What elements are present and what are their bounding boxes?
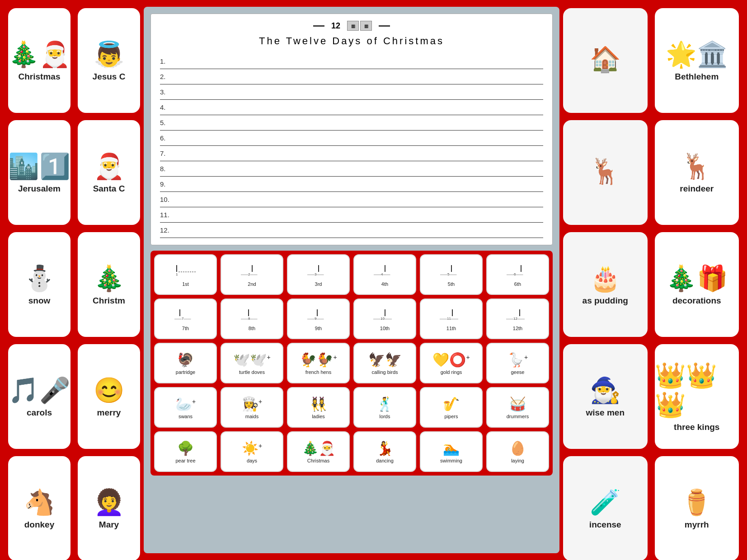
- symbol-swimming[interactable]: 🏊 swimming: [420, 431, 483, 472]
- left-sidebar: 🎄🎅 Christmas 👼 Jesus C 🏙️1️⃣ Jerusalem 🎅…: [0, 0, 144, 560]
- svg-text:——8——: ——8——: [241, 317, 257, 321]
- line-5[interactable]: 5.: [160, 115, 543, 131]
- ordinal-5th-label: 5th: [448, 281, 455, 287]
- turtle-doves-label: turtle doves: [239, 369, 265, 375]
- next-button[interactable]: [379, 25, 390, 27]
- symbol-dancing[interactable]: 💃 dancing: [353, 431, 416, 472]
- card-decorations[interactable]: 🎄🎁 decorations: [655, 232, 739, 337]
- symbol-french-hens[interactable]: 🐓🐓+ french hens: [287, 343, 350, 383]
- sheet-title: The Twelve Days of Christmas: [160, 35, 543, 47]
- ordinal-1st-icon: 1: [173, 263, 198, 276]
- geese-label: geese: [511, 369, 525, 375]
- french-hens-label: french hens: [305, 369, 331, 375]
- symbol-7th[interactable]: ——7—— 7th: [154, 299, 217, 339]
- symbol-5th[interactable]: ——5—— 5th: [420, 254, 483, 295]
- svg-text:——7——: ——7——: [174, 317, 191, 321]
- card-reindeer-label: reindeer: [680, 184, 714, 194]
- card-snow[interactable]: ⛄ snow: [8, 232, 70, 337]
- symbol-2nd[interactable]: ——2—— 2nd: [221, 254, 283, 295]
- ordinal-2nd-label: 2nd: [248, 281, 256, 287]
- line-6[interactable]: 6.: [160, 131, 543, 146]
- line-11[interactable]: 11.: [160, 207, 543, 223]
- card-bethlehem[interactable]: 🌟🏛️ Bethlehem: [655, 8, 739, 113]
- symbol-swans[interactable]: 🦢+ swans: [154, 387, 217, 428]
- symbol-6th[interactable]: ——6—— 6th: [486, 254, 549, 295]
- symbol-pipers[interactable]: 🎷 pipers: [420, 387, 483, 428]
- card-santa[interactable]: 🎅 Santa C: [78, 120, 140, 225]
- symbol-maids[interactable]: 👩‍🍳+ maids: [221, 387, 283, 428]
- ordinal-12th-label: 12th: [513, 326, 522, 331]
- symbol-days[interactable]: ☀️+ days: [221, 431, 283, 472]
- symbol-4th[interactable]: ——4—— 4th: [353, 254, 416, 295]
- svg-text:——2——: ——2——: [241, 272, 257, 276]
- line-2[interactable]: 2.: [160, 69, 543, 84]
- symbol-12th[interactable]: ——12—— 12th: [486, 299, 549, 339]
- card-three-kings-label: three kings: [674, 422, 719, 432]
- card-snow-label: snow: [28, 296, 51, 306]
- icon-left[interactable]: ▦: [347, 21, 359, 31]
- ordinal-9th-label: 9th: [315, 326, 322, 331]
- page-icons: ▦ ▦: [347, 21, 372, 31]
- symbol-10th[interactable]: ——10—— 10th: [353, 299, 416, 339]
- symbol-turtle-doves[interactable]: 🕊️🕊️+ turtle doves: [221, 343, 283, 383]
- card-three-kings[interactable]: 👑👑👑 three kings: [655, 344, 739, 449]
- card-christmas[interactable]: 🎄🎅 Christmas: [8, 8, 70, 113]
- card-incense-label: incense: [589, 520, 621, 530]
- card-mary[interactable]: 👩‍🦱 Mary: [78, 456, 140, 560]
- line-12[interactable]: 12.: [160, 223, 543, 238]
- symbol-calling-birds[interactable]: 🦅🦅 calling birds: [353, 343, 416, 383]
- card-partial1[interactable]: 🏠: [563, 8, 648, 113]
- card-partial2[interactable]: 🦌: [563, 120, 648, 225]
- symbol-pear-tree[interactable]: 🌳 pear tree: [154, 431, 217, 472]
- symbol-drummers[interactable]: 🥁 drummers: [486, 387, 549, 428]
- calling-birds-label: calling birds: [371, 369, 398, 375]
- svg-text:——6——: ——6——: [507, 272, 523, 276]
- card-wise-men[interactable]: 🧙‍♂️ wise men: [563, 344, 648, 449]
- symbol-ladies[interactable]: 👯‍♀️ ladies: [287, 387, 350, 428]
- card-reindeer[interactable]: 🦌 reindeer: [655, 120, 739, 225]
- symbol-lords[interactable]: 🕺 lords: [353, 387, 416, 428]
- symbol-1st[interactable]: 1 1st: [154, 254, 217, 295]
- line-1[interactable]: 1.: [160, 54, 543, 69]
- card-carols[interactable]: 🎵🎤 carols: [8, 344, 70, 449]
- svg-text:1: 1: [176, 272, 178, 276]
- line-8[interactable]: 8.: [160, 161, 543, 177]
- symbol-3rd[interactable]: ——3—— 3rd: [287, 254, 350, 295]
- line-3[interactable]: 3.: [160, 84, 543, 100]
- card-as-pudding[interactable]: 🎂 as pudding: [563, 232, 648, 337]
- dancing-label: dancing: [376, 458, 394, 464]
- right-sidebar: 🏠 🌟🏛️ Bethlehem 🦌 🦌 reindeer 🎂 as puddin…: [559, 0, 747, 560]
- prev-button[interactable]: [313, 25, 324, 27]
- maids-label: maids: [245, 414, 258, 420]
- card-incense[interactable]: 🧪 incense: [563, 456, 648, 560]
- card-decorations-label: decorations: [672, 296, 721, 306]
- symbol-laying[interactable]: 🥚 laying: [486, 431, 549, 472]
- writing-lines: 1. 2. 3. 4. 5. 6. 7. 8. 9. 10. 11. 12.: [160, 54, 543, 238]
- line-9[interactable]: 9.: [160, 177, 543, 192]
- lords-label: lords: [380, 414, 390, 420]
- symbol-partridge[interactable]: 🦃 partridge: [154, 343, 217, 383]
- icon-right[interactable]: ▦: [360, 21, 372, 31]
- card-donkey[interactable]: 🐴 donkey: [8, 456, 70, 560]
- symbol-christmas[interactable]: 🎄🎅 Christmas: [287, 431, 350, 472]
- symbol-11th[interactable]: ——11—— 11th: [420, 299, 483, 339]
- svg-text:——5——: ——5——: [440, 272, 456, 276]
- card-santa-label: Santa C: [93, 184, 125, 194]
- card-jesus[interactable]: 👼 Jesus C: [78, 8, 140, 113]
- svg-text:——10——: ——10——: [373, 317, 392, 321]
- symbol-geese[interactable]: 🪿+ geese: [486, 343, 549, 383]
- svg-text:——11——: ——11——: [440, 317, 458, 321]
- symbol-gold-rings[interactable]: 💛⭕+ gold rings: [420, 343, 483, 383]
- symbol-9th[interactable]: ——9—— 9th: [287, 299, 350, 339]
- pear-tree-label: pear tree: [175, 458, 195, 464]
- line-10[interactable]: 10.: [160, 192, 543, 207]
- line-4[interactable]: 4.: [160, 100, 543, 115]
- page-number: 12: [331, 21, 340, 31]
- card-christmas-tree[interactable]: 🎄 Christm: [78, 232, 140, 337]
- symbol-8th[interactable]: ——8—— 8th: [221, 299, 283, 339]
- line-7[interactable]: 7.: [160, 146, 543, 161]
- symbol-grid: 1 1st ——2—— 2nd ——3—— 3rd: [150, 251, 553, 476]
- card-jerusalem[interactable]: 🏙️1️⃣ Jerusalem: [8, 120, 70, 225]
- card-merry[interactable]: 😊 merry: [78, 344, 140, 449]
- card-myrrh[interactable]: ⚱️ myrrh: [655, 456, 739, 560]
